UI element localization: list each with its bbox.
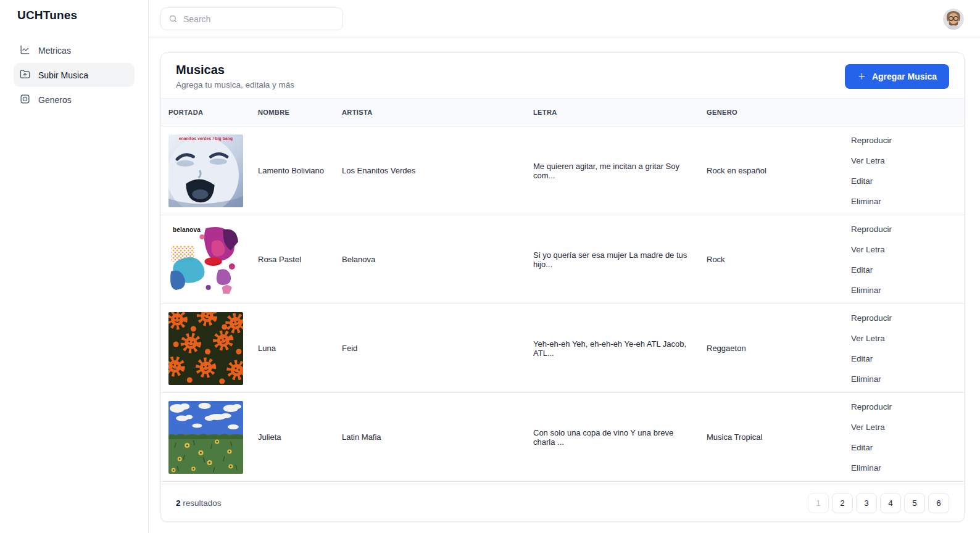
play-action[interactable]: Reproducir xyxy=(851,134,957,147)
album-cover-text: enanitos verdes / big bang xyxy=(168,136,243,141)
view-lyrics-action[interactable]: Ver Letra xyxy=(851,421,957,434)
song-name: Julieta xyxy=(251,393,334,482)
sidebar-item-label: Subir Musica xyxy=(38,70,88,80)
musicas-card: Musicas Agrega tu musica, editala y más … xyxy=(160,52,965,522)
page-subtitle: Agrega tu musica, editala y más xyxy=(176,80,294,89)
column-header-nombre: NOMBRE xyxy=(251,99,334,126)
view-lyrics-action[interactable]: Ver Letra xyxy=(851,243,957,256)
row-actions: Reproducir Ver Letra Editar Eliminar xyxy=(851,399,957,476)
search-icon xyxy=(168,14,178,23)
edit-action[interactable]: Editar xyxy=(851,352,957,365)
song-genre: Rock en español xyxy=(699,126,844,215)
column-header-letra: LETRA xyxy=(526,99,699,126)
results-label: resultados xyxy=(183,498,221,508)
edit-action[interactable]: Editar xyxy=(851,175,957,188)
delete-action[interactable]: Eliminar xyxy=(851,373,957,386)
song-lyrics: Si yo quería ser esa mujer La madre de t… xyxy=(526,215,699,304)
folder-up-icon xyxy=(20,69,30,81)
song-lyrics: Me quieren agitar, me incitan a gritar S… xyxy=(526,126,699,215)
song-name: Lamento Boliviano xyxy=(251,126,334,215)
edit-action[interactable]: Editar xyxy=(851,441,957,454)
view-lyrics-action[interactable]: Ver Letra xyxy=(851,154,957,167)
page-button-5[interactable]: 5 xyxy=(904,493,925,513)
row-actions: Reproducir Ver Letra Editar Eliminar xyxy=(851,221,957,298)
chart-line-icon xyxy=(20,44,30,57)
play-action[interactable]: Reproducir xyxy=(851,223,957,236)
add-music-button[interactable]: Agregar Musica xyxy=(845,64,949,89)
song-lyrics: Con solo una copa de vino Y una breve ch… xyxy=(526,393,699,482)
song-name: Luna xyxy=(251,304,334,393)
results-number: 2 xyxy=(176,498,181,508)
card-footer: 2 resultados 1 2 3 4 5 6 xyxy=(161,484,964,521)
add-music-button-label: Agregar Musica xyxy=(872,72,937,81)
album-cover xyxy=(168,401,243,474)
row-actions: Reproducir Ver Letra Editar Eliminar xyxy=(851,133,957,209)
play-action[interactable]: Reproducir xyxy=(851,312,957,324)
table-row: enanitos verdes / big bang Lamento Boliv… xyxy=(161,126,964,215)
plus-icon xyxy=(857,72,866,81)
column-header-artista: ARTISTA xyxy=(334,99,526,126)
user-avatar[interactable] xyxy=(943,9,964,30)
song-artist: Belanova xyxy=(334,215,526,304)
page-button-6[interactable]: 6 xyxy=(928,493,949,513)
page-title: Musicas xyxy=(176,63,294,77)
row-actions: Reproducir Ver Letra Editar Eliminar xyxy=(851,310,957,387)
search-input[interactable] xyxy=(183,14,335,24)
album-cover-text: belanova xyxy=(173,226,243,233)
song-artist: Latin Mafia xyxy=(334,393,526,482)
songs-table: PORTADA NOMBRE ARTISTA LETRA GENERO xyxy=(161,98,964,482)
song-genre: Musica Tropical xyxy=(699,393,844,482)
disc-icon xyxy=(20,94,30,106)
page-button-1[interactable]: 1 xyxy=(808,493,829,513)
table-row: Luna Feid Yeh-eh-eh Yeh, eh-eh-eh Ye-eh … xyxy=(161,304,964,393)
column-header-genero: GENERO xyxy=(699,99,844,126)
search-box[interactable] xyxy=(160,7,343,30)
column-header-portada: PORTADA xyxy=(161,99,251,126)
pagination: 1 2 3 4 5 6 xyxy=(808,493,949,513)
sidebar: UCHTunes Metricas Subir Musica Generos xyxy=(0,0,149,533)
page-button-4[interactable]: 4 xyxy=(880,493,901,513)
topbar xyxy=(149,0,980,38)
table-header-row: PORTADA NOMBRE ARTISTA LETRA GENERO xyxy=(161,99,964,126)
song-genre: Rock xyxy=(699,215,844,304)
edit-action[interactable]: Editar xyxy=(851,263,957,276)
album-cover xyxy=(168,312,243,385)
album-cover: belanova xyxy=(168,223,243,296)
app-logo: UCHTunes xyxy=(0,9,148,22)
song-lyrics: Yeh-eh-eh Yeh, eh-eh-eh Ye-eh ATL Jacob,… xyxy=(526,304,699,393)
results-count: 2 resultados xyxy=(176,498,222,508)
delete-action[interactable]: Eliminar xyxy=(851,195,957,208)
content: Musicas Agrega tu musica, editala y más … xyxy=(149,38,980,533)
sidebar-item-label: Metricas xyxy=(38,46,71,56)
song-artist: Los Enanitos Verdes xyxy=(334,126,526,215)
column-header-actions xyxy=(844,99,964,126)
song-name: Rosa Pastel xyxy=(251,215,334,304)
delete-action[interactable]: Eliminar xyxy=(851,461,957,474)
sidebar-item-label: Generos xyxy=(38,95,72,105)
sidebar-item-metricas[interactable]: Metricas xyxy=(14,38,135,62)
main-area: Musicas Agrega tu musica, editala y más … xyxy=(149,0,980,533)
table-row: belanova Rosa Pastel Belanova Si yo quer… xyxy=(161,215,964,304)
album-cover: enanitos verdes / big bang xyxy=(168,134,243,207)
song-genre: Reggaeton xyxy=(699,304,844,393)
view-lyrics-action[interactable]: Ver Letra xyxy=(851,332,957,345)
sidebar-nav: Metricas Subir Musica Generos xyxy=(0,38,148,112)
card-header: Musicas Agrega tu musica, editala y más … xyxy=(161,53,964,98)
app-root: UCHTunes Metricas Subir Musica Generos xyxy=(0,0,980,533)
page-button-2[interactable]: 2 xyxy=(832,493,853,513)
play-action[interactable]: Reproducir xyxy=(851,400,957,413)
delete-action[interactable]: Eliminar xyxy=(851,284,957,297)
page-button-3[interactable]: 3 xyxy=(856,493,877,513)
table-row: Julieta Latin Mafia Con solo una copa de… xyxy=(161,393,964,482)
sidebar-item-generos[interactable]: Generos xyxy=(14,88,135,112)
song-artist: Feid xyxy=(334,304,526,393)
sidebar-item-subir-musica[interactable]: Subir Musica xyxy=(14,63,135,87)
